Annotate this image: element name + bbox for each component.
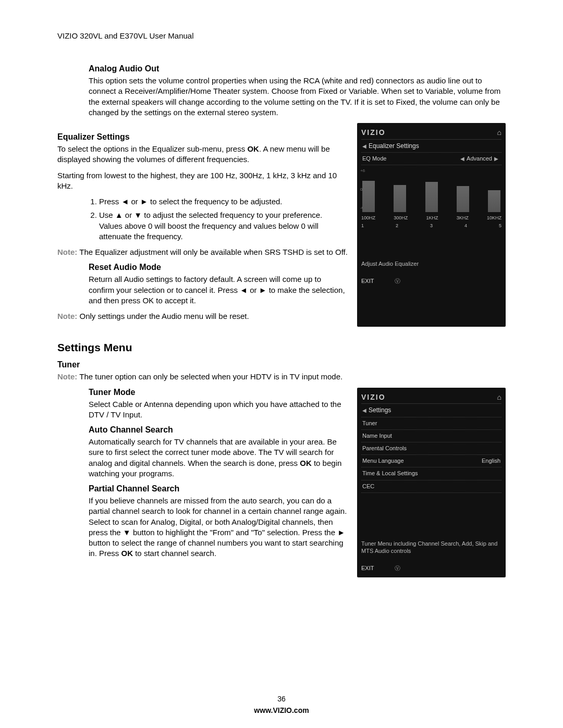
tv-menu-row: CEC xyxy=(361,480,501,493)
tv-title-row: ◀Settings xyxy=(361,404,501,417)
eq-bar xyxy=(425,182,438,212)
vizio-v-icon: Ⓥ xyxy=(395,278,400,285)
vizio-logo: VIZIO xyxy=(361,128,386,137)
equalizer-settings-heading: Equalizer Settings xyxy=(57,132,348,142)
page-header: VIZIO 320VL and E370VL User Manual xyxy=(57,31,506,40)
partial-channel-heading: Partial Channel Search xyxy=(89,484,348,493)
eq-freq-label: 100HZ xyxy=(361,215,375,221)
partial-channel-body-b: to start channel search. xyxy=(133,549,216,558)
eq-graph: +60-6 100HZ300HZ1KHZ3KHZ10KHZ 12345 xyxy=(361,168,501,229)
auto-channel-body: Automatically search for TV channels tha… xyxy=(89,437,348,479)
page-footer: 36 www.VIZIO.com xyxy=(0,695,563,714)
reset-note-body: Only settings under the Audio menu will … xyxy=(77,312,249,320)
eq-mode-row: EQ Mode ◀Advanced▶ xyxy=(361,153,501,165)
eq-step-1: Press ◄ or ► to select the frequency to … xyxy=(99,196,348,207)
ok-text: OK xyxy=(247,144,259,153)
eq-freq-num: 4 xyxy=(464,223,467,229)
tv-menu-label: Time & Local Settings xyxy=(362,470,418,477)
note-label: Note: xyxy=(57,248,77,256)
eq-bar xyxy=(394,185,406,212)
tuner-mode-body: Select Cable or Antenna depending upon w… xyxy=(89,399,348,421)
partial-channel-body: If you believe channels are missed from … xyxy=(89,496,348,559)
analog-audio-out-body: This option sets the volume control prop… xyxy=(89,76,506,118)
tv-menu-value: English xyxy=(482,458,500,464)
exit-label: EXIT xyxy=(361,278,374,285)
tv1-help-text: Adjust Audio Equalizer xyxy=(361,260,501,267)
right-arrow-icon: ▶ xyxy=(494,156,498,162)
tv-menu-label: Menu Language xyxy=(362,458,404,464)
eq-freq-label: 300HZ xyxy=(394,215,408,221)
equalizer-p2: Starting from lowest to the highest, the… xyxy=(57,170,348,192)
ok-text: OK xyxy=(121,549,133,558)
eq-mode-label: EQ Mode xyxy=(362,155,386,162)
tuner-note: Note: The tuner option can only be selec… xyxy=(57,372,506,382)
tuner-mode-heading: Tuner Mode xyxy=(89,388,348,397)
tv-menu-label: Parental Controls xyxy=(362,445,407,452)
eq-bar xyxy=(457,186,469,212)
tv-screenshot-equalizer: VIZIO ⌂ ◀Equalizer Settings EQ Mode ◀Adv… xyxy=(357,123,506,327)
eq-mode-value: Advanced xyxy=(467,155,492,162)
note-label: Note: xyxy=(57,312,77,320)
reset-audio-body: Return all Audio settings to factory def… xyxy=(89,274,348,306)
tv2-title: Settings xyxy=(369,406,391,414)
page-number: 36 xyxy=(0,695,563,703)
tv-menu-row: Time & Local Settings xyxy=(361,467,501,480)
tuner-note-body: The tuner option can only be selected wh… xyxy=(77,372,342,381)
vizio-v-icon: Ⓥ xyxy=(395,565,400,572)
analog-audio-out-heading: Analog Audio Out xyxy=(89,64,506,73)
tv-menu-row: Parental Controls xyxy=(361,442,501,455)
reset-note: Note: Only settings under the Audio menu… xyxy=(57,311,348,322)
eq-freq-num: 3 xyxy=(430,223,433,229)
left-arrow-icon: ◀ xyxy=(460,156,464,162)
eq-freq-num: 2 xyxy=(396,223,398,229)
equalizer-p1a: To select the options in the Equalizer s… xyxy=(57,144,247,153)
tuner-heading: Tuner xyxy=(57,360,506,369)
left-arrow-icon: ◀ xyxy=(362,408,366,414)
eq-note-body: The Equalizer adjustment will only be av… xyxy=(77,248,348,256)
auto-channel-heading: Auto Channel Search xyxy=(89,425,348,435)
tv-menu-row: Menu LanguageEnglish xyxy=(361,455,501,467)
tv-menu-row: Tuner xyxy=(361,417,501,430)
eq-step-2: Use ▲ or ▼ to adjust the selected freque… xyxy=(99,210,348,242)
left-arrow-icon: ◀ xyxy=(362,143,366,150)
eq-freq-label: 1KHZ xyxy=(426,215,438,221)
vizio-logo: VIZIO xyxy=(361,393,386,402)
tv-menu-label: Name Input xyxy=(362,433,392,439)
eq-freq-num: 5 xyxy=(499,223,501,229)
tv1-title: Equalizer Settings xyxy=(369,142,419,150)
home-icon: ⌂ xyxy=(497,393,501,402)
home-icon: ⌂ xyxy=(497,128,501,137)
tv-menu-label: Tuner xyxy=(362,420,377,427)
ok-text: OK xyxy=(300,459,312,467)
note-label: Note: xyxy=(57,372,77,381)
eq-freq-label: 3KHZ xyxy=(457,215,469,221)
tv2-help-text: Tuner Menu including Channel Search, Add… xyxy=(361,540,501,555)
eq-note: Note: The Equalizer adjustment will only… xyxy=(57,247,348,257)
settings-menu-heading: Settings Menu xyxy=(57,341,506,354)
eq-bar xyxy=(362,181,375,212)
tv-menu-label: CEC xyxy=(362,483,374,490)
tv-title-row: ◀Equalizer Settings xyxy=(361,140,501,153)
tv-menu-row: Name Input xyxy=(361,430,501,442)
footer-url: www.VIZIO.com xyxy=(254,706,309,714)
eq-bar xyxy=(488,190,500,212)
tv-screenshot-settings: VIZIO ⌂ ◀Settings TunerName InputParenta… xyxy=(357,388,506,577)
equalizer-p1: To select the options in the Equalizer s… xyxy=(57,144,348,165)
eq-freq-num: 1 xyxy=(361,223,364,229)
reset-audio-heading: Reset Audio Mode xyxy=(89,263,348,272)
exit-label: EXIT xyxy=(361,565,374,572)
eq-freq-label: 10KHZ xyxy=(487,215,501,221)
